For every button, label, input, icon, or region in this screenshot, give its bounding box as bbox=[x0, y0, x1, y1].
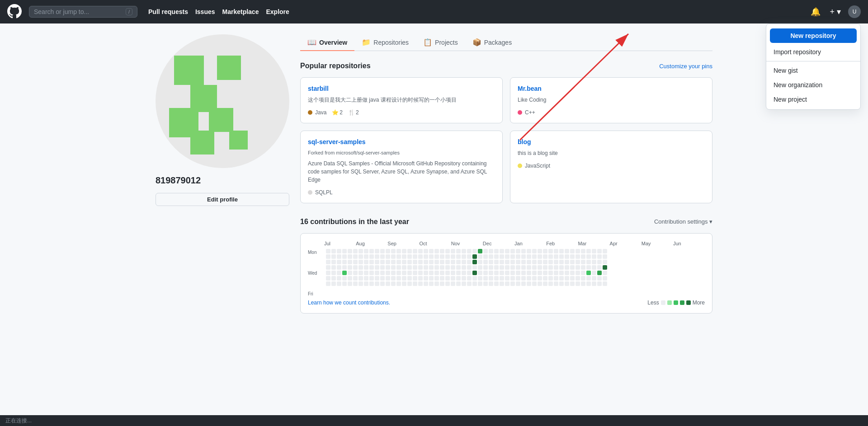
day-cell-41-1 bbox=[548, 254, 553, 259]
day-cell-18-5 bbox=[424, 276, 428, 281]
day-cell-8-6 bbox=[369, 281, 374, 286]
tab-overview[interactable]: 📖 Overview bbox=[300, 34, 354, 51]
contribution-settings-button[interactable]: Contribution settings ▾ bbox=[654, 218, 712, 225]
day-cell-43-4 bbox=[559, 271, 564, 275]
day-cell-18-1 bbox=[424, 254, 428, 259]
day-cell-10-0 bbox=[380, 249, 385, 253]
nav-marketplace[interactable]: Marketplace bbox=[222, 8, 259, 15]
repo-name-sqlsamples[interactable]: sql-server-samples bbox=[308, 138, 495, 145]
import-repository-item[interactable]: Import repository bbox=[766, 45, 860, 59]
day-cell-14-2 bbox=[402, 260, 406, 264]
day-cell-40-0 bbox=[543, 249, 547, 253]
day-cell-0-1 bbox=[326, 254, 330, 259]
search-input[interactable] bbox=[34, 8, 122, 15]
popular-repos-header: Popular repositories Customize your pins bbox=[300, 62, 712, 70]
new-project-item[interactable]: New project bbox=[766, 92, 860, 107]
day-label-empty2 bbox=[308, 281, 324, 286]
day-cell-30-5 bbox=[489, 276, 493, 281]
day-cell-45-6 bbox=[570, 281, 575, 286]
customize-pins-link[interactable]: Customize your pins bbox=[659, 63, 712, 70]
week-col-10 bbox=[380, 249, 385, 296]
day-cell-2-1 bbox=[337, 254, 341, 259]
day-cell-23-6 bbox=[451, 281, 455, 286]
day-cell-16-5 bbox=[413, 276, 417, 281]
day-cell-12-0 bbox=[391, 249, 396, 253]
day-label-empty1 bbox=[308, 260, 324, 265]
github-logo-icon[interactable] bbox=[7, 4, 22, 20]
day-cell-39-6 bbox=[538, 281, 542, 286]
day-cell-49-4 bbox=[592, 271, 596, 275]
day-cell-49-3 bbox=[592, 265, 596, 270]
repo-lang-sqlsamples: SQLPL bbox=[308, 189, 333, 196]
tab-packages[interactable]: 📦 Packages bbox=[465, 34, 519, 51]
new-organization-item[interactable]: New organization bbox=[766, 78, 860, 92]
day-cell-49-5 bbox=[592, 276, 596, 281]
day-cell-31-3 bbox=[494, 265, 499, 270]
learn-contributions-link[interactable]: Learn how we count contributions. bbox=[308, 300, 390, 306]
repo-card-blog: blog this is a blog site JavaScript bbox=[510, 131, 712, 203]
day-cell-20-0 bbox=[434, 249, 439, 253]
sidebar: 😊 819879012 Edit profile bbox=[156, 34, 289, 314]
edit-profile-button[interactable]: Edit profile bbox=[156, 193, 289, 206]
day-cell-28-0 bbox=[478, 249, 482, 253]
day-cell-13-0 bbox=[396, 249, 401, 253]
dropdown-divider bbox=[766, 61, 860, 61]
day-cell-28-5 bbox=[478, 276, 482, 281]
avatar-emoji: 😊 bbox=[273, 154, 284, 165]
search-bar[interactable]: / bbox=[29, 6, 137, 18]
day-cell-38-3 bbox=[532, 265, 537, 270]
day-cell-35-0 bbox=[516, 249, 520, 253]
month-sep: Sep bbox=[387, 241, 419, 246]
day-cell-50-4 bbox=[597, 271, 602, 275]
day-cell-42-0 bbox=[554, 249, 558, 253]
week-col-12 bbox=[391, 249, 396, 296]
nav-explore[interactable]: Explore bbox=[266, 8, 289, 15]
week-col-29 bbox=[483, 249, 488, 296]
day-cell-36-4 bbox=[521, 271, 526, 275]
create-menu-button[interactable]: + ▾ bbox=[828, 5, 843, 19]
new-gist-item[interactable]: New gist bbox=[766, 63, 860, 78]
repo-name-starbill[interactable]: starbill bbox=[308, 85, 495, 92]
month-may: May bbox=[642, 241, 673, 246]
day-cell-41-6 bbox=[548, 281, 553, 286]
day-cell-29-5 bbox=[483, 276, 488, 281]
day-cell-33-6 bbox=[505, 281, 509, 286]
day-cell-43-3 bbox=[559, 265, 564, 270]
week-col-43 bbox=[559, 249, 564, 296]
day-cell-41-3 bbox=[548, 265, 553, 270]
week-col-20 bbox=[434, 249, 439, 296]
repo-name-blog[interactable]: blog bbox=[518, 138, 705, 145]
day-cell-48-1 bbox=[586, 254, 591, 259]
day-cell-1-1 bbox=[331, 254, 336, 259]
day-cell-29-2 bbox=[483, 260, 488, 264]
day-cell-44-1 bbox=[565, 254, 569, 259]
tab-projects[interactable]: 📋 Projects bbox=[416, 34, 465, 51]
day-cell-31-4 bbox=[494, 271, 499, 275]
repo-name-mrbean[interactable]: Mr.bean bbox=[518, 85, 705, 92]
day-cell-42-6 bbox=[554, 281, 558, 286]
new-repository-item[interactable]: New repository bbox=[770, 28, 857, 43]
week-col-34 bbox=[510, 249, 515, 296]
day-cell-31-5 bbox=[494, 276, 499, 281]
tab-packages-label: Packages bbox=[484, 39, 512, 46]
day-cell-17-6 bbox=[418, 281, 423, 286]
day-cell-14-5 bbox=[402, 276, 406, 281]
day-cell-46-2 bbox=[576, 260, 580, 264]
day-cell-22-0 bbox=[445, 249, 450, 253]
day-cell-36-5 bbox=[521, 276, 526, 281]
day-cell-24-2 bbox=[456, 260, 461, 264]
week-col-22 bbox=[445, 249, 450, 296]
day-cell-32-1 bbox=[500, 254, 504, 259]
day-cell-16-0 bbox=[413, 249, 417, 253]
repo-lang-mrbean: C++ bbox=[518, 109, 535, 116]
user-avatar[interactable]: U bbox=[848, 5, 861, 18]
day-cell-39-0 bbox=[538, 249, 542, 253]
notification-button[interactable]: 🔔 bbox=[809, 5, 822, 19]
week-col-31 bbox=[494, 249, 499, 296]
week-col-26 bbox=[467, 249, 472, 296]
tab-repositories[interactable]: 📁 Repositories bbox=[354, 34, 416, 51]
nav-pull-requests[interactable]: Pull requests bbox=[148, 8, 188, 15]
day-cell-27-4 bbox=[472, 271, 477, 275]
nav-issues[interactable]: Issues bbox=[195, 8, 215, 15]
day-cell-26-5 bbox=[467, 276, 472, 281]
